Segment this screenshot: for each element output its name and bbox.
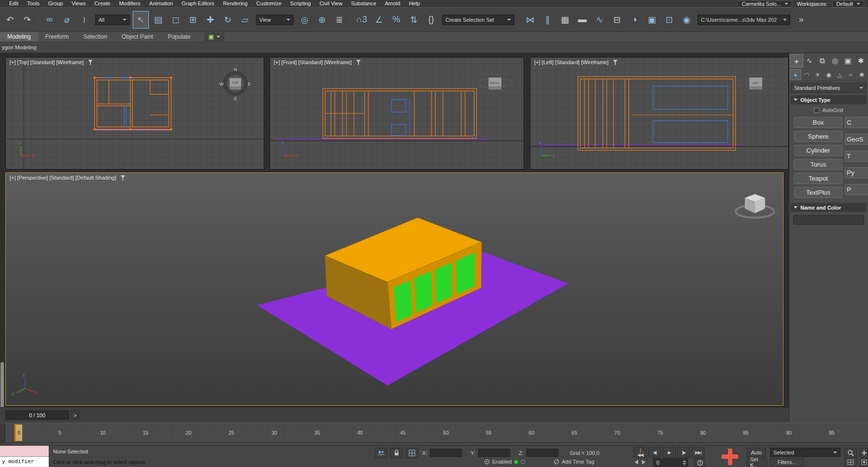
menu-civil-view[interactable]: Civil View bbox=[315, 0, 346, 7]
tab-populate[interactable]: Populate bbox=[160, 32, 198, 42]
box-button[interactable]: Box bbox=[794, 117, 842, 128]
timeline-ruler[interactable]: 0 5101520253035404550556065707580859095 bbox=[0, 423, 868, 443]
play-button[interactable]: ▶ bbox=[663, 447, 676, 458]
macro-recorder-pane[interactable] bbox=[0, 446, 49, 457]
select-and-manipulate-button[interactable]: ⊕ bbox=[313, 11, 330, 29]
sphere-button[interactable]: Sphere bbox=[794, 131, 842, 142]
geosphere-button[interactable]: GeoS bbox=[845, 134, 868, 145]
menu-help[interactable]: Help bbox=[405, 0, 425, 7]
align-button[interactable]: ∥ bbox=[539, 11, 556, 29]
menu-customize[interactable]: Customize bbox=[252, 0, 286, 7]
next-frame-button[interactable]: |▶ bbox=[677, 447, 690, 458]
set-key-button[interactable]: Set K. bbox=[747, 458, 767, 467]
tab-modeling[interactable]: Modeling bbox=[0, 32, 38, 42]
menu-edit[interactable]: Edit bbox=[5, 0, 23, 7]
ribbon-panel-title[interactable]: ygon Modeling bbox=[2, 44, 37, 50]
zoom-magnifier-button[interactable] bbox=[844, 448, 857, 458]
toggle-ribbon-button[interactable]: ▬ bbox=[574, 11, 591, 29]
listener-pane[interactable]: y modifier bbox=[0, 457, 49, 467]
mirror-button[interactable]: ⋈ bbox=[522, 11, 539, 29]
status-overflow-button[interactable] bbox=[860, 448, 868, 458]
viewport-top[interactable]: N E S W TOP y x [+] [Top] [Sta bbox=[5, 57, 264, 170]
time-slider[interactable]: 0 bbox=[14, 424, 23, 441]
object-name-input[interactable] bbox=[793, 215, 864, 225]
spinner-snap-button[interactable]: ⇅ bbox=[405, 11, 422, 29]
create-tab[interactable]: + bbox=[790, 55, 803, 67]
display-tab[interactable]: ▣ bbox=[842, 55, 854, 67]
layer-explorer-button[interactable]: ▦ bbox=[556, 11, 573, 29]
filter-icon[interactable] bbox=[613, 60, 618, 65]
pyramid-button[interactable]: Py bbox=[845, 167, 868, 178]
snaps-toggle-button[interactable]: ∩3 bbox=[353, 11, 370, 29]
spacewarps-category[interactable]: ≈ bbox=[845, 70, 856, 80]
cameras-category[interactable]: ◉ bbox=[824, 70, 834, 80]
utilities-tab[interactable]: ✱ bbox=[854, 55, 867, 67]
shapes-category[interactable]: ◠ bbox=[801, 70, 812, 80]
ribbon-scrollbar[interactable] bbox=[0, 362, 4, 408]
tab-freeform[interactable]: Freeform bbox=[38, 32, 76, 42]
name-color-rollout-header[interactable]: Name and Color bbox=[791, 203, 867, 212]
menu-animation[interactable]: Animation bbox=[145, 0, 177, 7]
render-production-button[interactable]: ◉ bbox=[678, 11, 695, 29]
auto-key-button[interactable]: Auto bbox=[747, 448, 766, 457]
cone-button[interactable]: C bbox=[845, 117, 868, 128]
modify-tab[interactable]: ∿ bbox=[803, 55, 816, 67]
menu-arnold[interactable]: Arnold bbox=[381, 0, 405, 7]
tab-object-paint[interactable]: Object Paint bbox=[114, 32, 160, 42]
project-path-dropdown[interactable]: C:\Users\carme...s\3ds Max 202 bbox=[697, 14, 790, 25]
rendered-frame-window-button[interactable]: ⊡ bbox=[661, 11, 678, 29]
plane-button[interactable]: P bbox=[845, 184, 868, 195]
percent-snap-button[interactable]: % bbox=[388, 11, 405, 29]
motion-tab[interactable]: ◎ bbox=[829, 55, 841, 67]
lights-category[interactable]: ☀ bbox=[812, 70, 823, 80]
viewport-left-label[interactable]: [+] [Left] [Standard] [Wireframe] bbox=[534, 59, 609, 65]
previous-key-button[interactable] bbox=[635, 460, 638, 465]
maxscript-mini-listener[interactable]: y modifier bbox=[0, 446, 49, 467]
selection-filter-dropdown[interactable]: All bbox=[95, 14, 130, 25]
go-to-end-button[interactable]: ▶▶| bbox=[692, 447, 705, 458]
edit-named-selection-sets-button[interactable]: {} bbox=[423, 11, 440, 29]
select-and-link-button[interactable]: ∞ bbox=[41, 11, 58, 29]
time-configuration-button[interactable] bbox=[695, 458, 705, 467]
torus-button[interactable]: Torus bbox=[794, 159, 842, 170]
menu-scripting[interactable]: Scripting bbox=[286, 0, 315, 7]
ribbon-display-toggle-button[interactable]: ▣ bbox=[205, 33, 224, 41]
select-and-rotate-button[interactable]: ↻ bbox=[219, 11, 236, 29]
geometry-category[interactable]: ● bbox=[790, 70, 801, 80]
systems-category[interactable]: ✱ bbox=[856, 70, 867, 80]
viewport-left[interactable]: LEFT z y [+] [Left] [Standard] [Wirefram… bbox=[530, 57, 789, 170]
viewport-layout-button[interactable] bbox=[844, 458, 857, 467]
keyboard-shortcut-override-button[interactable]: ≣ bbox=[331, 11, 348, 29]
menu-graph-editors[interactable]: Graph Editors bbox=[177, 0, 219, 7]
helpers-category[interactable]: △ bbox=[834, 70, 845, 80]
menu-views[interactable]: Views bbox=[67, 0, 90, 7]
previous-frame-button[interactable]: ◀| bbox=[648, 447, 661, 458]
filter-icon[interactable] bbox=[356, 60, 361, 65]
redo-button[interactable]: ↷ bbox=[19, 11, 36, 29]
timeline-left-grip[interactable] bbox=[0, 423, 5, 442]
x-coordinate-input[interactable] bbox=[430, 449, 462, 457]
object-type-rollout-header[interactable]: Object Type bbox=[791, 95, 867, 104]
selection-region-button[interactable]: ◻ bbox=[167, 11, 184, 29]
tab-selection[interactable]: Selection bbox=[76, 32, 114, 42]
unlink-selection-button[interactable]: ⌀ bbox=[58, 11, 75, 29]
go-to-start-button[interactable]: |◀◀ bbox=[634, 447, 647, 458]
add-button[interactable] bbox=[718, 447, 742, 467]
reference-coordinate-dropdown[interactable]: View bbox=[256, 14, 294, 25]
selection-lock-toggle[interactable] bbox=[390, 448, 403, 458]
next-frame-small-button[interactable]: > bbox=[71, 410, 79, 420]
render-setup-button[interactable]: ▣ bbox=[643, 11, 660, 29]
isolate-selection-toggle[interactable] bbox=[375, 448, 387, 458]
key-filters-button[interactable]: Filters... bbox=[770, 458, 804, 467]
next-key-button[interactable] bbox=[642, 460, 645, 465]
schematic-view-button[interactable]: ⊟ bbox=[609, 11, 626, 29]
adaptive-degradation-indicator[interactable]: Enabled bbox=[484, 459, 525, 465]
key-selection-dropdown[interactable]: Selected bbox=[770, 448, 840, 457]
viewport-perspective-label[interactable]: [+] [Perspective] [Standard] [Default Sh… bbox=[10, 175, 116, 181]
primitive-category-dropdown[interactable]: Standard Primitives bbox=[791, 83, 867, 93]
select-and-scale-button[interactable]: ▱ bbox=[237, 11, 254, 29]
viewport-perspective[interactable]: z x y [+] [Perspective] [Standard] [Defa… bbox=[5, 172, 783, 406]
viewport-front[interactable]: FRONT z x [+] [Front] [Standard] [Wirefr… bbox=[270, 57, 524, 170]
absolute-offset-mode-toggle[interactable] bbox=[406, 448, 418, 458]
cylinder-button[interactable]: Cylinder bbox=[794, 145, 842, 156]
